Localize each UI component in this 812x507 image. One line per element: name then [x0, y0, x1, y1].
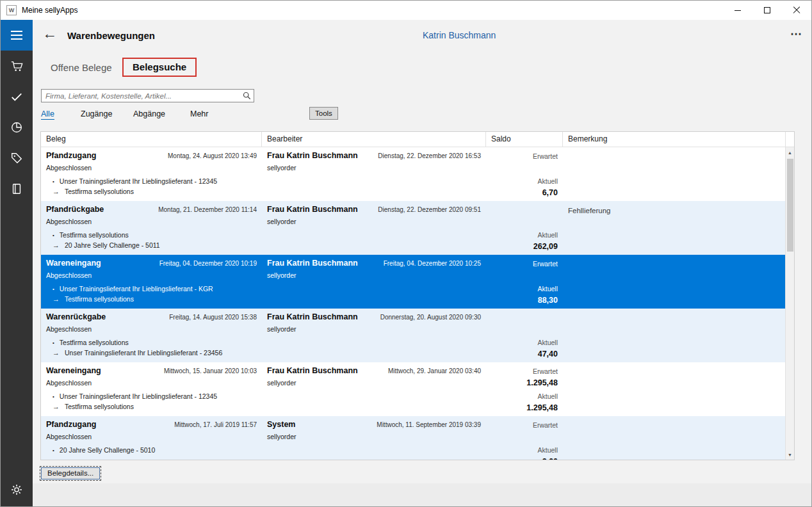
doc-target-line: → Unser Trainingslieferant Ihr Lieblings…	[46, 349, 257, 357]
tools-button[interactable]: Tools	[309, 107, 338, 120]
doc-source-line: • 20 Jahre Selly Challenge - 5010	[46, 446, 257, 454]
scroll-up-button[interactable]: ▲	[786, 147, 795, 157]
more-button[interactable]: ⋯	[790, 27, 802, 41]
filter-mehr[interactable]: Mehr	[190, 109, 208, 118]
arrow-icon: →	[53, 241, 60, 249]
bearbeiter-cell: Frau Katrin Buschmann Dienstag, 22. Deze…	[262, 201, 486, 255]
actual-value: 6,70	[491, 188, 558, 200]
table-row[interactable]: Warenrückgabe Freitag, 14. August 2020 1…	[41, 309, 785, 362]
menu-button[interactable]	[1, 20, 33, 51]
belegdetails-button[interactable]: Belegdetails...	[41, 467, 100, 479]
arrow-icon: →	[53, 295, 60, 303]
expected-label: Erwartet	[491, 258, 558, 270]
search-input[interactable]	[42, 92, 240, 100]
sidebar-spacer	[1, 204, 33, 474]
user-name[interactable]: Katrin Buschmann	[423, 30, 496, 40]
expected-value: 1.295,48	[491, 378, 558, 390]
editor-date: Freitag, 04. Dezember 2020 10:25	[384, 260, 481, 267]
doc-source-line: • Testfirma sellysolutions	[46, 339, 257, 346]
doc-status: Abgeschlossen	[46, 218, 257, 225]
doc-target: Testfirma sellysolutions	[65, 188, 134, 195]
column-beleg[interactable]: Beleg	[41, 132, 262, 147]
table-row[interactable]: Pfandrückgabe Montag, 21. Dezember 2020 …	[41, 201, 785, 255]
scroll-down-button[interactable]: ▼	[786, 449, 795, 460]
minimize-button[interactable]	[723, 1, 752, 20]
table-body: Pfandzugang Montag, 24. August 2020 13:4…	[41, 147, 785, 460]
doc-status: Abgeschlossen	[46, 164, 257, 172]
filter-zugaenge[interactable]: Zugänge	[81, 109, 112, 118]
hamburger-icon	[11, 31, 22, 40]
scrollbar-headspace	[786, 132, 794, 147]
table-row[interactable]: Pfandzugang Montag, 24. August 2020 13:4…	[41, 147, 785, 201]
sidebar-item-tasks[interactable]	[1, 81, 33, 112]
doc-target: Testfirma sellysolutions	[65, 403, 134, 410]
doc-target-line: → Testfirma sellysolutions	[46, 188, 257, 195]
close-button[interactable]	[782, 1, 811, 20]
column-bemerkung[interactable]: Bemerkung	[563, 132, 785, 147]
sidebar-item-reports[interactable]	[1, 112, 33, 143]
editor-name: System	[267, 420, 295, 429]
doc-date: Montag, 21. Dezember 2020 11:14	[158, 206, 257, 213]
tab-offene-belege[interactable]: Offene Belege	[51, 62, 112, 73]
note-cell	[563, 147, 785, 201]
doc-type: Pfandzugang	[46, 151, 96, 160]
bearbeiter-cell: Frau Katrin Buschmann Mittwoch, 29. Janu…	[262, 362, 486, 416]
actual-value: 2,60	[491, 456, 558, 460]
tag-icon	[10, 152, 23, 165]
vertical-scrollbar[interactable]: ▲ ▼	[785, 132, 794, 460]
doc-target: Unser Trainingslieferant Ihr Lieblingsli…	[65, 349, 222, 357]
expected-label: Erwartet	[491, 150, 558, 163]
sidebar-item-cart[interactable]	[1, 51, 33, 81]
expected-value	[491, 216, 558, 229]
maximize-button[interactable]	[752, 1, 782, 20]
sidebar-item-prices[interactable]	[1, 143, 33, 173]
saldo-cell: Aktuell 47,40	[486, 309, 563, 362]
editor-name: Frau Katrin Buschmann	[267, 312, 358, 321]
sidebar	[1, 20, 33, 506]
sidebar-item-journal[interactable]	[1, 173, 33, 204]
expected-label: Erwartet	[491, 419, 558, 431]
doc-target-line: → Testfirma sellysolutions	[46, 295, 257, 303]
column-saldo[interactable]: Saldo	[486, 132, 563, 147]
saldo-cell: Erwartet 1.295,48 Aktuell 1.295,48	[486, 362, 563, 416]
search-icon[interactable]	[240, 92, 254, 100]
table-row[interactable]: Wareneingang Freitag, 04. Dezember 2020 …	[41, 255, 785, 309]
maximize-icon	[764, 7, 770, 13]
bullet-icon: •	[53, 179, 54, 184]
check-icon	[10, 90, 23, 103]
expected-value	[491, 270, 558, 282]
table-row[interactable]: Pfandzugang Mittwoch, 17. Juli 2019 11:5…	[41, 416, 785, 460]
filter-alle[interactable]: Alle	[41, 109, 54, 120]
editor-app: sellyorder	[267, 379, 481, 387]
doc-target: Testfirma sellysolutions	[65, 295, 134, 303]
back-button[interactable]: ←	[42, 25, 57, 42]
doc-target-line: → 20 Jahre Selly Challenge - 5011	[46, 241, 257, 249]
doc-source-line: • Unser Trainingslieferant Ihr Lieblings…	[46, 285, 257, 293]
scrollbar-thumb[interactable]	[787, 159, 793, 252]
beleg-cell: Wareneingang Mittwoch, 15. Januar 2020 1…	[41, 362, 262, 416]
column-bearbeiter[interactable]: Bearbeiter	[262, 132, 486, 147]
filter-abgaenge[interactable]: Abgänge	[133, 109, 165, 118]
saldo-cell: Erwartet Aktuell 6,70	[486, 147, 563, 201]
actual-value: 88,30	[491, 295, 558, 307]
editor-date: Mittwoch, 29. Januar 2020 03:40	[388, 367, 481, 374]
sidebar-item-settings[interactable]	[1, 474, 33, 505]
bullet-icon: •	[53, 394, 54, 399]
table-row[interactable]: Wareneingang Mittwoch, 15. Januar 2020 1…	[41, 362, 785, 416]
actual-value: 1.295,48	[491, 403, 558, 415]
editor-app: sellyorder	[267, 218, 481, 225]
doc-type: Pfandzugang	[46, 420, 96, 429]
expected-label: Erwartet	[491, 366, 558, 378]
doc-status: Abgeschlossen	[46, 433, 257, 440]
editor-date: Donnerstag, 20. August 2020 09:30	[380, 314, 481, 321]
table-header: Beleg Bearbeiter Saldo Bemerkung	[41, 132, 785, 147]
bullet-icon: •	[53, 286, 54, 292]
doc-date: Freitag, 04. Dezember 2020 10:19	[159, 260, 257, 267]
editor-name: Frau Katrin Buschmann	[267, 205, 358, 214]
window-title: Meine sellyApps	[22, 6, 77, 15]
tab-belegsuche[interactable]: Belegsuche	[122, 58, 197, 77]
window-controls	[723, 1, 811, 20]
bearbeiter-cell: Frau Katrin Buschmann Donnerstag, 20. Au…	[262, 309, 486, 362]
doc-status: Abgeschlossen	[46, 325, 257, 333]
editor-app: sellyorder	[267, 271, 481, 279]
